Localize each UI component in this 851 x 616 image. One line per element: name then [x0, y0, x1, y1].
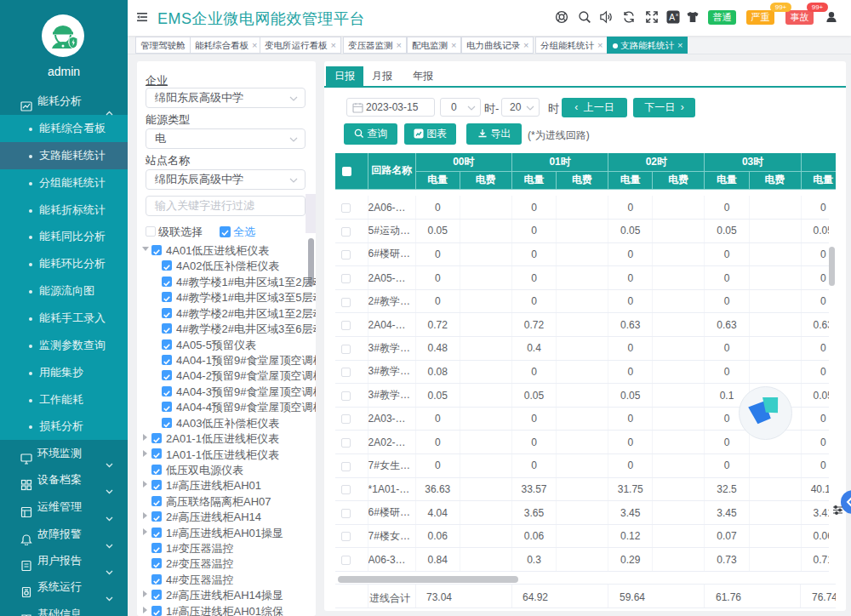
svg-text:A: A — [669, 13, 675, 22]
svg-text:x: x — [676, 11, 678, 17]
